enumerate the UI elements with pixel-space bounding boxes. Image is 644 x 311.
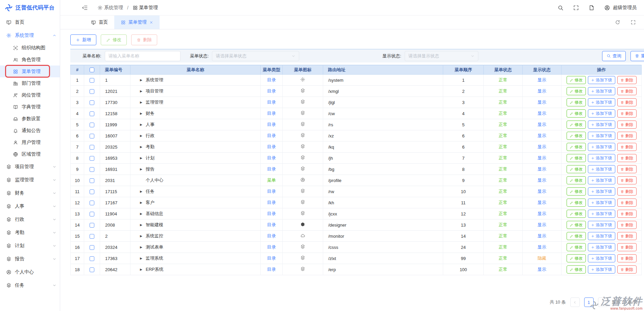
sidebar-item-supervision-management[interactable]: 监理管理 [0,173,60,186]
row-checkbox[interactable] [90,178,94,183]
menu-name-filter-input[interactable] [105,51,181,61]
row-checkbox[interactable] [90,201,94,205]
row-checkbox[interactable] [90,111,94,116]
row-add-child-button[interactable]: 添加下级 [588,232,615,240]
row-delete-button[interactable]: 删除 [617,254,637,262]
breadcrumb-item-menu[interactable]: 菜单管理 [133,5,158,11]
expand-arrow-icon[interactable]: ▶ [140,223,146,227]
expand-arrow-icon[interactable]: ▶ [140,112,146,115]
row-checkbox[interactable] [90,89,94,94]
row-checkbox[interactable] [90,267,94,272]
row-add-child-button[interactable]: 添加下级 [588,109,615,118]
row-add-child-button[interactable]: 添加下级 [588,187,615,196]
row-add-child-button[interactable]: 添加下级 [588,176,615,184]
sidebar-item-region-management[interactable]: 区域管理 [0,148,60,160]
row-checkbox[interactable] [90,156,94,161]
expand-view-icon[interactable] [630,20,636,25]
row-delete-button[interactable]: 删除 [617,221,637,229]
search-button[interactable]: 查询 [602,51,626,61]
row-checkbox[interactable] [90,78,94,83]
row-add-child-button[interactable]: 添加下级 [588,165,615,173]
row-checkbox[interactable] [90,189,94,194]
sidebar-item-role-management[interactable]: 角色管理 [0,54,60,66]
sidebar-collapse-icon[interactable] [82,5,88,11]
row-delete-button[interactable]: 删除 [617,176,637,184]
expand-arrow-icon[interactable]: ▶ [140,212,146,215]
sidebar-item-user-management[interactable]: 用户管理 [0,136,60,148]
sidebar-item-task[interactable]: 任务 [0,279,60,292]
row-delete-button[interactable]: 删除 [617,109,637,118]
row-add-child-button[interactable]: 添加下级 [588,121,615,129]
next-page-button[interactable] [598,297,607,307]
search-icon[interactable] [557,5,564,11]
row-add-child-button[interactable]: 添加下级 [588,243,615,251]
sidebar-item-notice[interactable]: 通知公告 [0,125,60,136]
row-edit-button[interactable]: 修改 [567,143,586,151]
row-delete-button[interactable]: 删除 [617,243,637,251]
row-edit-button[interactable]: 修改 [567,87,586,95]
sidebar-item-report[interactable]: 报告 [0,252,60,265]
expand-arrow-icon[interactable]: ▶ [140,201,146,204]
refresh-icon[interactable] [615,20,620,25]
tab-home[interactable]: 首页 [85,16,114,29]
row-edit-button[interactable]: 修改 [567,187,586,196]
row-add-child-button[interactable]: 添加下级 [588,87,615,95]
sidebar-item-param-settings[interactable]: 参数设置 [0,113,60,125]
sidebar-item-post-management[interactable]: 岗位管理 [0,89,60,101]
row-checkbox[interactable] [90,212,94,216]
row-add-child-button[interactable]: 添加下级 [588,76,615,84]
row-delete-button[interactable]: 删除 [617,154,637,162]
row-checkbox[interactable] [90,134,94,138]
row-delete-button[interactable]: 删除 [617,143,637,151]
row-checkbox[interactable] [90,167,94,172]
row-edit-button[interactable]: 修改 [567,76,586,84]
sidebar-item-administration[interactable]: 行政 [0,213,60,226]
sidebar-item-home[interactable]: 首页 [0,16,60,29]
reset-button[interactable]: 重置 [630,51,644,61]
row-checkbox[interactable] [90,234,94,239]
row-edit-button[interactable]: 修改 [567,132,586,140]
sidebar-item-menu-management[interactable]: 菜单管理 [0,66,60,77]
sidebar-item-attendance[interactable]: 考勤 [0,226,60,239]
page-number-button[interactable]: 1 [584,297,594,307]
menu-status-select[interactable]: 请选择菜单状态 [212,51,299,61]
row-checkbox[interactable] [90,123,94,127]
row-checkbox[interactable] [90,245,94,250]
sidebar-item-project-management[interactable]: 项目管理 [0,160,60,173]
row-edit-button[interactable]: 修改 [567,232,586,240]
document-icon[interactable] [589,5,595,11]
row-add-child-button[interactable]: 添加下级 [588,132,615,140]
sidebar-item-hr[interactable]: 人事 [0,200,60,213]
row-checkbox[interactable] [90,100,94,105]
row-delete-button[interactable]: 删除 [617,121,637,129]
expand-arrow-icon[interactable]: ▶ [140,257,146,260]
row-edit-button[interactable]: 修改 [567,121,586,129]
expand-arrow-icon[interactable]: ▶ [140,167,146,171]
row-add-child-button[interactable]: 添加下级 [588,210,615,218]
row-delete-button[interactable]: 删除 [617,210,637,218]
row-checkbox[interactable] [90,223,94,228]
expand-arrow-icon[interactable]: ▶ [140,123,146,126]
row-add-child-button[interactable]: 添加下级 [588,254,615,262]
row-checkbox[interactable] [90,145,94,150]
add-button[interactable]: 新增 [70,34,96,45]
delete-button[interactable]: 删除 [131,34,157,45]
sidebar-item-finance[interactable]: 财务 [0,186,60,200]
row-checkbox[interactable] [90,256,94,261]
sidebar-item-dict-management[interactable]: 字典管理 [0,101,60,113]
row-delete-button[interactable]: 删除 [617,265,637,274]
row-delete-button[interactable]: 删除 [617,76,637,84]
row-delete-button[interactable]: 删除 [617,98,637,106]
row-delete-button[interactable]: 删除 [617,132,637,140]
sidebar-item-department-management[interactable]: 部门管理 [0,77,60,89]
breadcrumb-item-system[interactable]: 系统管理 [97,5,123,11]
visible-status-select[interactable]: 请选择显示状态 [405,51,478,61]
expand-arrow-icon[interactable]: ▶ [140,234,146,238]
expand-arrow-icon[interactable]: ▶ [140,190,146,193]
user-menu[interactable]: 超级管理员 [604,5,637,11]
row-edit-button[interactable]: 修改 [567,243,586,251]
row-add-child-button[interactable]: 添加下级 [588,143,615,151]
close-icon[interactable] [149,21,153,24]
expand-arrow-icon[interactable]: ▶ [140,145,146,149]
row-add-child-button[interactable]: 添加下级 [588,265,615,274]
